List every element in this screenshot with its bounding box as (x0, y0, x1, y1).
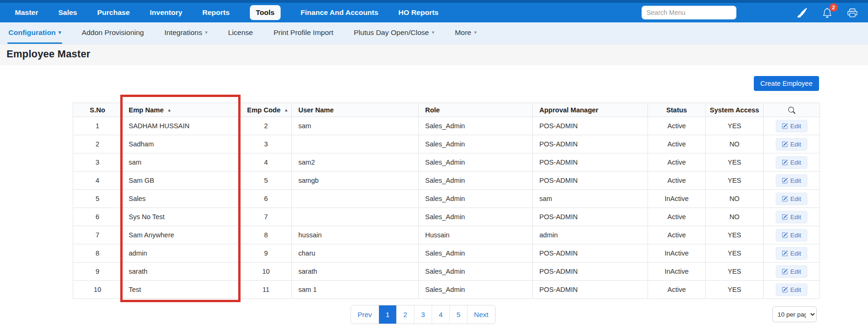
search-icon[interactable] (764, 103, 820, 117)
emp-code-cell: 9 (241, 244, 292, 263)
system-access-cell: YES (706, 281, 764, 299)
approval-manager-cell: POS-ADMIN (533, 117, 648, 135)
table-footer: Prev12345Next 10 per page (73, 305, 820, 332)
system-access-cell: NO (706, 208, 764, 226)
user-name-cell: sam2 (292, 153, 419, 172)
edit-button-label: Edit (790, 195, 801, 202)
pagination-page-5[interactable]: 5 (450, 305, 468, 324)
edit-button[interactable]: Edit (776, 211, 807, 223)
table-row: 5Sales6Sales_AdminsamInActiveNOEdit (73, 190, 820, 208)
sort-asc-icon: ▲ (284, 108, 288, 112)
edit-button[interactable]: Edit (776, 247, 807, 260)
status-cell: Active (648, 135, 706, 153)
column-header-s-no[interactable]: S.No (73, 103, 122, 117)
edit-button[interactable]: Edit (776, 229, 807, 242)
system-access-cell: YES (706, 172, 764, 190)
emp-name-cell: Sam Anywhere (122, 226, 241, 244)
status-cell: Active (648, 208, 706, 226)
pagination-prev-button[interactable]: Prev (351, 305, 379, 324)
edit-button-label: Edit (790, 268, 801, 275)
column-header-emp-name[interactable]: Emp Name▲ (122, 103, 241, 117)
emp-code-cell: 4 (241, 153, 292, 172)
top-nav-item-purchase[interactable]: Purchase (97, 5, 130, 20)
bell-icon[interactable]: 2 (821, 7, 833, 18)
subnav-item-integrations[interactable]: Integrations▾ (164, 22, 209, 44)
subnav-item-print-profile-import[interactable]: Print Profile Import (273, 22, 334, 44)
column-header-status[interactable]: Status (648, 103, 706, 117)
top-nav-item-reports[interactable]: Reports (202, 5, 230, 20)
emp-name-cell: admin (122, 244, 241, 263)
edit-button-label: Edit (790, 159, 801, 166)
status-cell: Active (648, 226, 706, 244)
edit-button[interactable]: Edit (776, 284, 807, 296)
subnav-item-label: Configuration (8, 28, 56, 37)
printer-icon[interactable] (847, 7, 858, 18)
user-name-cell: sarath (292, 263, 419, 281)
subnav-item-license[interactable]: License (227, 22, 254, 44)
column-header-user-name[interactable]: User Name (292, 103, 419, 117)
column-header-emp-code[interactable]: Emp Code▲ (241, 103, 292, 117)
pagination-page-3[interactable]: 3 (414, 305, 432, 324)
top-nav-item-tools[interactable]: Tools (250, 5, 281, 20)
topbar-icon-group: 2 (796, 7, 858, 18)
system-access-cell: NO (706, 135, 764, 153)
sort-asc-icon: ▲ (167, 108, 171, 112)
column-header-role[interactable]: Role (419, 103, 533, 117)
table-row: 4Sam GB5samgbSales_AdminPOS-ADMINActiveY… (73, 172, 820, 190)
role-cell: Sales_Admin (419, 153, 533, 172)
user-name-cell (292, 208, 419, 226)
emp-name-cell: sarath (122, 263, 241, 281)
per-page-select[interactable]: 10 per page (772, 306, 817, 322)
edit-button[interactable]: Edit (776, 120, 807, 132)
subnav-item-configuration[interactable]: Configuration▾ (7, 22, 62, 44)
brush-icon[interactable] (796, 7, 807, 18)
role-cell: Sales_Admin (419, 135, 533, 153)
role-cell: Sales_Admin (419, 208, 533, 226)
action-cell: Edit (764, 226, 820, 244)
user-name-cell: sam 1 (292, 281, 419, 299)
pagination-page-1[interactable]: 1 (379, 305, 397, 324)
approval-manager-cell: POS-ADMIN (533, 244, 648, 263)
system-access-cell: YES (706, 244, 764, 263)
role-cell: Sales_Admin (419, 117, 533, 135)
top-nav-item-master[interactable]: Master (15, 5, 38, 20)
emp-name-cell: sam (122, 153, 241, 172)
role-cell: Sales_Admin (419, 281, 533, 299)
edit-button[interactable]: Edit (776, 193, 807, 205)
approval-manager-cell: POS-ADMIN (533, 153, 648, 172)
user-name-cell (292, 135, 419, 153)
subnav-item-more[interactable]: More▾ (454, 22, 478, 44)
edit-button[interactable]: Edit (776, 174, 807, 187)
top-nav-item-inventory[interactable]: Inventory (150, 5, 182, 20)
system-access-cell: NO (706, 190, 764, 208)
edit-button[interactable]: Edit (776, 138, 807, 151)
approval-manager-cell: POS-ADMIN (533, 135, 648, 153)
edit-button-label: Edit (790, 214, 801, 221)
system-access-cell: YES (706, 263, 764, 281)
subnav-item-plutus-day-open-close[interactable]: Plutus Day Open/Close▾ (353, 22, 435, 44)
role-cell: Hussain (419, 226, 533, 244)
table-row: 10Test11sam 1Sales_AdminPOS-ADMINActiveY… (73, 281, 820, 299)
top-nav-item-ho-reports[interactable]: HO Reports (399, 5, 439, 20)
top-nav-item-sales[interactable]: Sales (58, 5, 77, 20)
pagination-next-button[interactable]: Next (468, 305, 495, 324)
edit-button[interactable]: Edit (776, 156, 807, 169)
column-header-approval-manager[interactable]: Approval Manager (533, 103, 648, 117)
sno-cell: 8 (73, 244, 122, 263)
status-cell: Active (648, 172, 706, 190)
action-cell: Edit (764, 244, 820, 263)
emp-code-cell: 10 (241, 263, 292, 281)
create-employee-button[interactable]: Create Employee (754, 76, 819, 91)
subnav-item-addon-provisioning[interactable]: Addon Provisioning (81, 22, 145, 44)
pagination-page-4[interactable]: 4 (432, 305, 450, 324)
top-nav-item-finance-and-accounts[interactable]: Finance And Accounts (301, 5, 379, 20)
role-cell: Sales_Admin (419, 172, 533, 190)
edit-button[interactable]: Edit (776, 265, 807, 278)
user-name-cell: samgb (292, 172, 419, 190)
subnav-item-label: Plutus Day Open/Close (354, 28, 429, 37)
sno-cell: 4 (73, 172, 122, 190)
search-input[interactable] (641, 6, 737, 20)
pagination-page-2[interactable]: 2 (397, 305, 414, 324)
pagination: Prev12345Next (351, 305, 496, 324)
column-header-system-access[interactable]: System Access (706, 103, 764, 117)
